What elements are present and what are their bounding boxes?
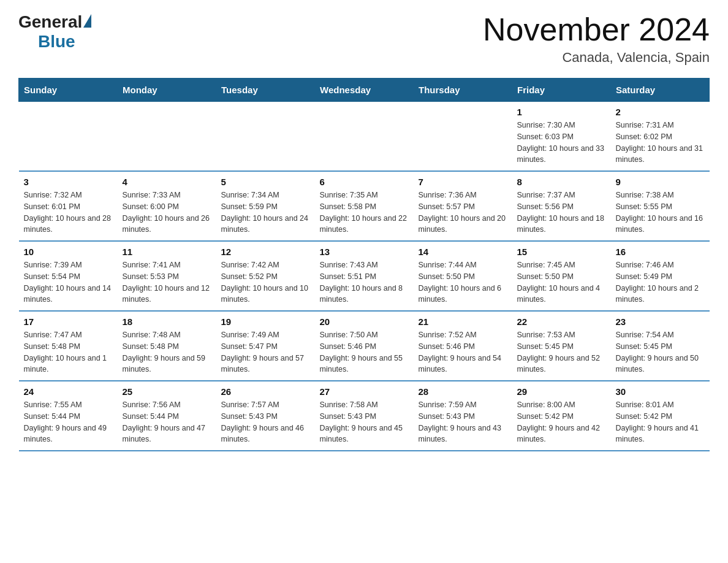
- logo-triangle-icon: [83, 14, 91, 28]
- day-number: 28: [419, 386, 507, 397]
- day-number: 30: [616, 386, 705, 397]
- day-number: 12: [221, 247, 310, 257]
- day-sun-info: Sunrise: 7:48 AMSunset: 5:48 PMDaylight:…: [123, 329, 211, 375]
- day-number: 29: [517, 386, 606, 397]
- day-sun-info: Sunrise: 7:36 AMSunset: 5:57 PMDaylight:…: [419, 190, 507, 236]
- calendar-header-row: SundayMondayTuesdayWednesdayThursdayFrid…: [19, 79, 710, 102]
- calendar-cell: 9Sunrise: 7:38 AMSunset: 5:55 PMDaylight…: [611, 171, 710, 241]
- calendar-cell: [19, 102, 118, 172]
- calendar-table: SundayMondayTuesdayWednesdayThursdayFrid…: [18, 78, 710, 451]
- calendar-week-row: 24Sunrise: 7:55 AMSunset: 5:44 PMDayligh…: [19, 381, 710, 451]
- day-sun-info: Sunrise: 7:31 AMSunset: 6:02 PMDaylight:…: [616, 120, 705, 166]
- logo-general-text: General: [18, 12, 82, 32]
- calendar-week-row: 10Sunrise: 7:39 AMSunset: 5:54 PMDayligh…: [19, 241, 710, 311]
- calendar-cell: 1Sunrise: 7:30 AMSunset: 6:03 PMDaylight…: [512, 102, 611, 172]
- day-number: 15: [517, 247, 606, 257]
- calendar-cell: 17Sunrise: 7:47 AMSunset: 5:48 PMDayligh…: [19, 311, 118, 381]
- calendar-cell: 5Sunrise: 7:34 AMSunset: 5:59 PMDaylight…: [216, 171, 315, 241]
- day-number: 16: [616, 247, 705, 257]
- day-number: 20: [320, 316, 409, 327]
- day-number: 22: [517, 316, 606, 327]
- day-sun-info: Sunrise: 7:45 AMSunset: 5:50 PMDaylight:…: [517, 259, 606, 305]
- header-day-saturday: Saturday: [611, 79, 710, 102]
- day-sun-info: Sunrise: 7:59 AMSunset: 5:43 PMDaylight:…: [419, 399, 507, 445]
- logo: General Blue: [18, 12, 91, 52]
- day-number: 17: [24, 316, 113, 327]
- calendar-cell: 6Sunrise: 7:35 AMSunset: 5:58 PMDaylight…: [315, 171, 414, 241]
- day-number: 19: [221, 316, 310, 327]
- calendar-location: Canada, Valencia, Spain: [483, 50, 710, 66]
- calendar-cell: 2Sunrise: 7:31 AMSunset: 6:02 PMDaylight…: [611, 102, 710, 172]
- day-sun-info: Sunrise: 7:50 AMSunset: 5:46 PMDaylight:…: [320, 329, 409, 375]
- day-sun-info: Sunrise: 7:33 AMSunset: 6:00 PMDaylight:…: [123, 190, 211, 236]
- day-sun-info: Sunrise: 7:46 AMSunset: 5:49 PMDaylight:…: [616, 259, 705, 305]
- calendar-month-year: November 2024: [483, 12, 710, 47]
- calendar-cell: 3Sunrise: 7:32 AMSunset: 6:01 PMDaylight…: [19, 171, 118, 241]
- calendar-cell: 19Sunrise: 7:49 AMSunset: 5:47 PMDayligh…: [216, 311, 315, 381]
- calendar-cell: [216, 102, 315, 172]
- calendar-cell: 4Sunrise: 7:33 AMSunset: 6:00 PMDaylight…: [118, 171, 216, 241]
- day-sun-info: Sunrise: 7:30 AMSunset: 6:03 PMDaylight:…: [517, 120, 606, 166]
- day-number: 8: [517, 177, 606, 187]
- day-sun-info: Sunrise: 7:34 AMSunset: 5:59 PMDaylight:…: [221, 190, 310, 236]
- header-day-friday: Friday: [512, 79, 611, 102]
- day-sun-info: Sunrise: 7:52 AMSunset: 5:46 PMDaylight:…: [419, 329, 507, 375]
- day-number: 11: [123, 247, 211, 257]
- day-number: 13: [320, 247, 409, 257]
- day-number: 26: [221, 386, 310, 397]
- day-sun-info: Sunrise: 7:42 AMSunset: 5:52 PMDaylight:…: [221, 259, 310, 305]
- day-sun-info: Sunrise: 8:00 AMSunset: 5:42 PMDaylight:…: [517, 399, 606, 445]
- day-sun-info: Sunrise: 7:38 AMSunset: 5:55 PMDaylight:…: [616, 190, 705, 236]
- day-number: 24: [24, 386, 113, 397]
- day-number: 6: [320, 177, 409, 187]
- day-number: 21: [419, 316, 507, 327]
- day-number: 23: [616, 316, 705, 327]
- day-number: 14: [419, 247, 507, 257]
- day-sun-info: Sunrise: 7:54 AMSunset: 5:45 PMDaylight:…: [616, 329, 705, 375]
- day-sun-info: Sunrise: 7:35 AMSunset: 5:58 PMDaylight:…: [320, 190, 409, 236]
- header-day-thursday: Thursday: [414, 79, 512, 102]
- day-sun-info: Sunrise: 8:01 AMSunset: 5:42 PMDaylight:…: [616, 399, 705, 445]
- day-number: 27: [320, 386, 409, 397]
- header-day-wednesday: Wednesday: [315, 79, 414, 102]
- calendar-cell: 10Sunrise: 7:39 AMSunset: 5:54 PMDayligh…: [19, 241, 118, 311]
- calendar-cell: 20Sunrise: 7:50 AMSunset: 5:46 PMDayligh…: [315, 311, 414, 381]
- day-sun-info: Sunrise: 7:43 AMSunset: 5:51 PMDaylight:…: [320, 259, 409, 305]
- header-day-tuesday: Tuesday: [216, 79, 315, 102]
- calendar-cell: 23Sunrise: 7:54 AMSunset: 5:45 PMDayligh…: [611, 311, 710, 381]
- calendar-cell: 7Sunrise: 7:36 AMSunset: 5:57 PMDaylight…: [414, 171, 512, 241]
- logo-row1: General: [18, 12, 91, 32]
- day-number: 1: [517, 107, 606, 117]
- day-number: 5: [221, 177, 310, 187]
- day-sun-info: Sunrise: 7:32 AMSunset: 6:01 PMDaylight:…: [24, 190, 113, 236]
- day-sun-info: Sunrise: 7:57 AMSunset: 5:43 PMDaylight:…: [221, 399, 310, 445]
- calendar-cell: 13Sunrise: 7:43 AMSunset: 5:51 PMDayligh…: [315, 241, 414, 311]
- header-day-monday: Monday: [118, 79, 216, 102]
- page-header: General Blue November 2024 Canada, Valen…: [18, 12, 710, 66]
- calendar-cell: 22Sunrise: 7:53 AMSunset: 5:45 PMDayligh…: [512, 311, 611, 381]
- calendar-week-row: 17Sunrise: 7:47 AMSunset: 5:48 PMDayligh…: [19, 311, 710, 381]
- calendar-cell: 15Sunrise: 7:45 AMSunset: 5:50 PMDayligh…: [512, 241, 611, 311]
- calendar-cell: 30Sunrise: 8:01 AMSunset: 5:42 PMDayligh…: [611, 381, 710, 451]
- day-sun-info: Sunrise: 7:58 AMSunset: 5:43 PMDaylight:…: [320, 399, 409, 445]
- day-number: 18: [123, 316, 211, 327]
- day-sun-info: Sunrise: 7:56 AMSunset: 5:44 PMDaylight:…: [123, 399, 211, 445]
- calendar-cell: 8Sunrise: 7:37 AMSunset: 5:56 PMDaylight…: [512, 171, 611, 241]
- calendar-cell: 27Sunrise: 7:58 AMSunset: 5:43 PMDayligh…: [315, 381, 414, 451]
- day-number: 9: [616, 177, 705, 187]
- header-day-sunday: Sunday: [19, 79, 118, 102]
- day-sun-info: Sunrise: 7:55 AMSunset: 5:44 PMDaylight:…: [24, 399, 113, 445]
- calendar-cell: 24Sunrise: 7:55 AMSunset: 5:44 PMDayligh…: [19, 381, 118, 451]
- calendar-cell: [315, 102, 414, 172]
- day-number: 10: [24, 247, 113, 257]
- calendar-cell: 28Sunrise: 7:59 AMSunset: 5:43 PMDayligh…: [414, 381, 512, 451]
- calendar-cell: 21Sunrise: 7:52 AMSunset: 5:46 PMDayligh…: [414, 311, 512, 381]
- calendar-cell: 18Sunrise: 7:48 AMSunset: 5:48 PMDayligh…: [118, 311, 216, 381]
- day-sun-info: Sunrise: 7:41 AMSunset: 5:53 PMDaylight:…: [123, 259, 211, 305]
- calendar-week-row: 1Sunrise: 7:30 AMSunset: 6:03 PMDaylight…: [19, 102, 710, 172]
- day-sun-info: Sunrise: 7:53 AMSunset: 5:45 PMDaylight:…: [517, 329, 606, 375]
- calendar-cell: 16Sunrise: 7:46 AMSunset: 5:49 PMDayligh…: [611, 241, 710, 311]
- calendar-cell: [414, 102, 512, 172]
- day-number: 3: [24, 177, 113, 187]
- calendar-cell: 25Sunrise: 7:56 AMSunset: 5:44 PMDayligh…: [118, 381, 216, 451]
